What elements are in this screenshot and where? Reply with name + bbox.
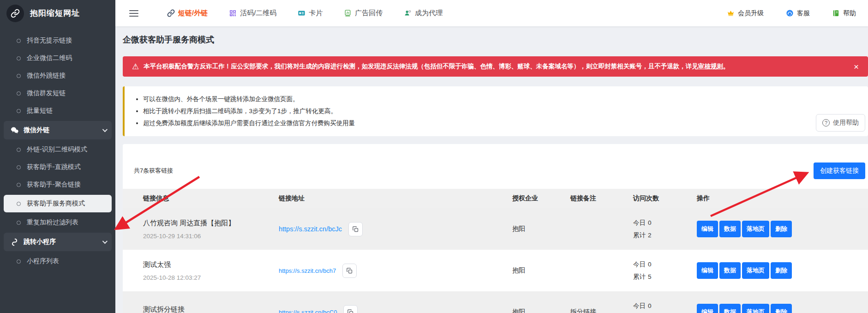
sidebar-item-batch-shortlink[interactable]: 批量短链 — [0, 102, 115, 120]
link-icon — [167, 9, 175, 17]
tab-card[interactable]: 卡片 — [298, 9, 323, 18]
authorized-company: 抱阳 — [512, 308, 570, 313]
landing-page-button[interactable]: 落地页 — [742, 304, 769, 313]
authorized-company: 抱阳 — [512, 225, 570, 233]
sidebar-item-douyin-link[interactable]: 抖音无提示链接 — [0, 32, 115, 49]
link-title: 八竹观咨询 周达直播【抱阳】 — [143, 219, 279, 228]
edit-button[interactable]: 编辑 — [697, 304, 718, 313]
col-visits: 访问次数 — [633, 194, 697, 203]
sidebar-group-jump-miniprogram[interactable]: 跳转小程序 — [4, 233, 112, 251]
bullet-circle-icon — [17, 221, 21, 225]
tab-livecode-qrcode[interactable]: 活码/二维码 — [229, 9, 276, 18]
member-upgrade-button[interactable]: 会员升级 — [727, 9, 764, 18]
landing-page-button[interactable]: 落地页 — [742, 262, 769, 279]
today-count: 0 — [648, 302, 652, 309]
customer-service-button[interactable]: 客服 — [786, 9, 810, 18]
audit-rules-link[interactable]: 审核规则 — [698, 63, 723, 70]
bullet-circle-icon — [17, 183, 21, 187]
table-row: 测试拆分链接 https://s.szzit.cn/bcC0 抱阳 拆分链接 今… — [123, 291, 868, 313]
link-note: 拆分链接 — [570, 308, 633, 313]
sidebar-item-duplicate-fan-filter[interactable]: 重复加粉过滤列表 — [0, 214, 115, 231]
link-logo-icon — [6, 5, 24, 22]
col-actions: 操作 — [697, 194, 868, 203]
sidebar-item-wecom-qrcode[interactable]: 企业微信二维码 — [0, 49, 115, 67]
create-link-button[interactable]: 创建获客链接 — [814, 163, 865, 179]
qr-icon — [229, 9, 237, 17]
usage-help-button[interactable]: ? 使用帮助 — [816, 114, 865, 132]
edit-button[interactable]: 编辑 — [697, 262, 718, 279]
sidebar-item-assistant-direct-mode[interactable]: 获客助手-直跳模式 — [0, 158, 115, 176]
help-button[interactable]: 帮助 — [832, 9, 856, 18]
bullet-circle-icon — [17, 39, 21, 43]
crown-icon — [727, 9, 735, 17]
list-header: 共7条获客链接 创建获客链接 — [123, 144, 868, 179]
bullet-circle-icon — [17, 202, 21, 206]
short-link-url[interactable]: https://s.szzit.cn/bcJc — [279, 225, 342, 233]
table-header-row: 链接信息 链接地址 授权企业 链接备注 访问次数 操作 — [123, 189, 868, 208]
data-button[interactable]: 数据 — [719, 304, 741, 313]
sidebar-item-outlink-qr-mode[interactable]: 外链-识别二维码模式 — [0, 141, 115, 158]
col-link-url: 链接地址 — [279, 194, 512, 203]
tip-item: 可以在微信内、外各个场景一键跳转添加企业微信页面。 — [143, 93, 813, 105]
page-title: 企微获客助手服务商模式 — [123, 34, 868, 45]
delete-button[interactable]: 删除 — [771, 262, 792, 279]
sidebar-menu: 抖音无提示链接 企业微信二维码 微信外跳链接 微信群发短链 批量短链 微信外链 … — [0, 26, 115, 270]
tab-shortlink-outlink[interactable]: 短链/外链 — [167, 9, 208, 18]
wechat-icon — [10, 126, 19, 135]
question-circle-icon: ? — [822, 119, 830, 126]
tips-list: 可以在微信内、外各个场景一键跳转添加企业微信页面。 相比于跳转小程序后扫描二维码… — [133, 93, 813, 129]
link-created-time: 2025-10-28 12:03:27 — [143, 274, 279, 281]
delete-button[interactable]: 删除 — [771, 221, 792, 237]
app-title: 抱阳缩短网址 — [30, 8, 80, 18]
hamburger-menu-icon[interactable] — [129, 10, 138, 17]
delete-button[interactable]: 删除 — [771, 304, 792, 313]
tab-ad-postback[interactable]: 广告回传 — [344, 9, 383, 18]
link-title: 测试拆分链接 — [143, 305, 279, 313]
bullet-circle-icon — [17, 74, 21, 78]
link-created-time: 2025-10-29 14:31:06 — [143, 233, 279, 240]
agent-person-icon — [404, 9, 412, 17]
copy-icon — [352, 226, 359, 233]
help-book-icon — [832, 9, 840, 17]
tab-become-agent[interactable]: 成为代理 — [404, 9, 443, 18]
sidebar-item-wechat-jump-link[interactable]: 微信外跳链接 — [0, 67, 115, 84]
today-count: 0 — [648, 219, 652, 226]
sidebar-item-assistant-provider-mode[interactable]: 获客助手服务商模式 — [4, 195, 112, 212]
sidebar-item-miniprogram-list[interactable]: 小程序列表 — [0, 253, 115, 270]
usage-tips-card: 可以在微信内、外各个场景一键跳转添加企业微信页面。 相比于跳转小程序后扫描二维码… — [123, 86, 868, 136]
data-button[interactable]: 数据 — [719, 262, 741, 279]
sidebar-item-assistant-aggregate-link[interactable]: 获客助手-聚合链接 — [0, 176, 115, 193]
today-count: 0 — [648, 261, 652, 268]
table-row: 测试太强 2025-10-28 12:03:27 https://s.szzit… — [123, 250, 868, 291]
visit-stats: 今日0 累计2 — [633, 219, 697, 240]
bullet-circle-icon — [17, 148, 21, 152]
main-content: 企微获客助手服务商模式 ⚠ 本平台积极配合警方反诈工作！应公安部要求，我们将对生… — [115, 26, 868, 313]
chevron-down-icon — [102, 239, 108, 244]
bullet-circle-icon — [17, 91, 21, 96]
copy-icon — [346, 267, 353, 274]
sidebar-item-wechat-mass-shortlink[interactable]: 微信群发短链 — [0, 84, 115, 102]
copy-button[interactable] — [348, 222, 363, 236]
landing-page-button[interactable]: 落地页 — [742, 221, 769, 237]
sidebar-group-wechat-outlink[interactable]: 微信外链 — [4, 121, 112, 139]
card-icon — [298, 9, 305, 17]
top-navbar: 短链/外链 活码/二维码 卡片 广告回传 成为代理 会员升级 客服 — [115, 0, 868, 26]
bullet-circle-icon — [17, 56, 21, 60]
edit-button[interactable]: 编辑 — [697, 221, 718, 237]
bullet-circle-icon — [17, 165, 21, 169]
data-button[interactable]: 数据 — [719, 221, 741, 237]
anti-fraud-alert-banner: ⚠ 本平台积极配合警方反诈工作！应公安部要求，我们将对生成的内容进行检测，如发现… — [123, 56, 868, 77]
col-note: 链接备注 — [570, 194, 633, 203]
miniprogram-icon — [10, 238, 19, 247]
short-link-url[interactable]: https://s.szzit.cn/bch7 — [279, 267, 336, 274]
copy-button[interactable] — [343, 305, 358, 313]
bullet-circle-icon — [17, 259, 21, 264]
customer-service-icon — [786, 9, 794, 17]
close-icon[interactable]: × — [854, 62, 859, 71]
visit-stats: 今日0 累计5 — [633, 260, 697, 281]
link-title: 测试太强 — [143, 260, 279, 269]
app-logo: 抱阳缩短网址 — [0, 0, 115, 26]
ad-chart-icon — [344, 9, 352, 17]
short-link-url[interactable]: https://s.szzit.cn/bcC0 — [279, 309, 337, 313]
copy-button[interactable] — [342, 264, 357, 278]
